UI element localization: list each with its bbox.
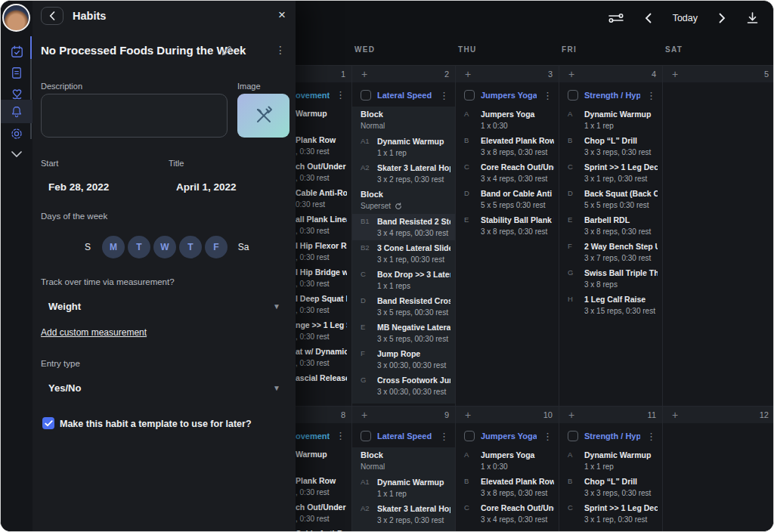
description-input[interactable] — [41, 94, 228, 138]
end-date-value[interactable]: April 1, 2022 — [176, 181, 237, 193]
exercise-detail: , 0:30 rest — [296, 225, 347, 237]
exercise-row[interactable]: CSprint >> 1 Leg Declarations3 x 1 rep, … — [559, 159, 662, 186]
exercise-row[interactable]: B23 Cone Lateral Slide3 x 1 rep, 00:30 r… — [352, 240, 455, 267]
next-week-chevron-icon[interactable] — [719, 13, 726, 23]
exercise-row[interactable]: A2Skater 3 Lateral Hops >> ...3 x 2 reps… — [352, 160, 455, 187]
exercise-row[interactable]: BElevated Plank Row3 x 8 reps, 0:30 rest — [456, 474, 559, 500]
workout-menu-kebab-icon[interactable]: ⋮ — [543, 431, 553, 441]
prev-week-chevron-icon[interactable] — [645, 13, 652, 23]
exercise-row[interactable]: A1Dynamic Warmup1 x 1 rep — [352, 475, 455, 501]
workout-card-title-row[interactable]: Strength / Hypertro...⋮ — [559, 84, 662, 107]
entry-type-caret-icon[interactable]: ▼ — [273, 384, 280, 392]
add-event-plus-icon[interactable]: + — [672, 410, 678, 420]
workout-menu-kebab-icon[interactable]: ⋮ — [336, 431, 345, 441]
sidebar-item-gear[interactable] — [1, 122, 33, 145]
day-circle-W-3[interactable]: W — [153, 236, 176, 258]
workout-menu-kebab-icon[interactable]: ⋮ — [336, 90, 345, 100]
exercise-row[interactable]: CCore Reach Out/Under3 x 4 reps, 0:30 re… — [456, 159, 559, 186]
exercise-row[interactable]: A2Skater 3 Lateral Hops >> ...3 x 2 reps… — [352, 501, 455, 527]
exercise-letter: B2 — [352, 242, 377, 266]
entry-type-select-value[interactable]: Yes/No — [48, 382, 81, 394]
start-date-value[interactable]: Feb 28, 2022 — [48, 181, 109, 193]
measurement-select-value[interactable]: Weight — [48, 301, 81, 312]
download-icon[interactable] — [747, 12, 758, 24]
workout-card-title-row[interactable]: Jumpers Yoga / Core⋮ — [456, 425, 559, 447]
sidebar-item-bell[interactable] — [1, 100, 33, 123]
habit-image-tile[interactable] — [237, 94, 289, 138]
sidebar-more-chevron-down-icon[interactable] — [1, 143, 33, 165]
exercise-row[interactable]: DBand Resisted Crossover...3 x 5 reps, 0… — [352, 293, 455, 320]
day-plain-Sa-6[interactable]: Sa — [231, 242, 256, 252]
day-circle-T-4[interactable]: T — [179, 236, 202, 258]
calendar-day-cell-9: +9Lateral Speed / Plyo⋮BlockNormalA1Dyna… — [351, 407, 455, 532]
day-circle-F-5[interactable]: F — [205, 236, 228, 258]
workout-checkbox[interactable] — [361, 431, 371, 441]
workout-menu-kebab-icon[interactable]: ⋮ — [543, 91, 553, 101]
workout-card-title-row[interactable]: Strength / Hypertro...⋮ — [559, 425, 662, 447]
back-button[interactable] — [41, 7, 63, 25]
exercise-row[interactable]: GSwiss Ball Triple Threat3 x 8 reps — [559, 265, 662, 292]
exercise-row[interactable]: A1Dynamic Warmup1 x 1 rep — [352, 134, 455, 160]
exercise-name: Dynamic Warmup — [377, 135, 450, 147]
add-event-plus-icon[interactable]: + — [465, 69, 471, 79]
workout-menu-kebab-icon[interactable]: ⋮ — [646, 91, 656, 101]
workout-menu-kebab-icon[interactable]: ⋮ — [439, 431, 449, 441]
exercise-letter: G — [559, 267, 584, 291]
workout-checkbox[interactable] — [361, 90, 371, 101]
today-button[interactable]: Today — [673, 13, 698, 23]
workout-card-title-row[interactable]: Lateral Speed / Plyo⋮ — [352, 425, 455, 447]
exercise-row[interactable]: BChop “L” Drill3 x 3 reps, 0:30 rest — [559, 133, 662, 159]
edit-pencil-icon[interactable] — [221, 45, 232, 56]
exercise-row[interactable]: BChop “L” Drill3 x 3 reps, 0:30 rest — [559, 474, 662, 500]
sidebar-item-document[interactable] — [1, 61, 33, 84]
exercise-row[interactable]: AJumpers Yoga1 x 0:30 — [456, 447, 559, 474]
close-icon[interactable]: × — [274, 8, 289, 23]
workout-menu-kebab-icon[interactable]: ⋮ — [646, 431, 656, 441]
exercise-row[interactable]: EMB Negative Lateral Hop...3 x 5 reps, 0… — [352, 320, 455, 346]
exercise-row[interactable]: F2 Way Bench Step Up3 x 7 reps, 0:30 res… — [559, 239, 662, 265]
add-event-plus-icon[interactable]: + — [361, 69, 367, 79]
exercise-row[interactable]: ADynamic Warmup1 x 1 rep — [559, 107, 662, 133]
exercise-row[interactable]: BElevated Plank Row3 x 8 reps, 0:30 rest — [456, 133, 559, 159]
exercise-row[interactable]: DBand or Cable Anti Rotati...5 x 5 reps … — [456, 527, 559, 532]
exercise-row[interactable]: DBack Squat (Back Off Set)5 x 5 reps 0:3… — [559, 527, 662, 532]
exercise-letter: C — [456, 502, 481, 526]
day-circle-T-2[interactable]: T — [128, 236, 150, 258]
add-event-plus-icon[interactable]: + — [361, 410, 367, 420]
template-checkbox[interactable] — [42, 417, 54, 429]
exercise-row[interactable]: ADynamic Warmup1 x 1 rep — [559, 447, 662, 474]
exercise-row[interactable]: B1Band Resisted 2 Step Late...3 x 4 reps… — [352, 214, 455, 240]
user-avatar[interactable] — [2, 4, 30, 32]
exercise-name: Barbell RDL — [584, 214, 658, 226]
exercise-row[interactable]: FJump Rope3 x 00:30, 00:30 rest — [352, 346, 455, 373]
habit-menu-kebab-icon[interactable]: ⋮ — [274, 44, 286, 56]
filter-sliders-icon[interactable] — [608, 12, 624, 24]
add-event-plus-icon[interactable]: + — [568, 410, 574, 420]
exercise-row[interactable]: CBox Drop >> 3 Lateral H...1 x 1 reps — [352, 267, 455, 293]
workout-card-title-row[interactable]: Jumpers Yoga / Core⋮ — [456, 84, 559, 107]
exercise-row[interactable]: DBand or Cable Anti Rotati...5 x 5 reps … — [456, 186, 559, 212]
exercise-row[interactable]: CCore Reach Out/Under3 x 4 reps, 0:30 re… — [456, 500, 559, 527]
workout-checkbox[interactable] — [464, 90, 475, 101]
sidebar-item-calendar-check[interactable] — [1, 40, 33, 63]
measurement-caret-icon[interactable]: ▼ — [273, 302, 280, 311]
exercise-row[interactable]: AJumpers Yoga1 x 0:30 — [456, 107, 559, 133]
exercise-row[interactable]: DBack Squat (Back Off Set)5 x 5 reps 0:3… — [559, 186, 662, 212]
exercise-name: Band Resisted 2 Step Late... — [377, 215, 450, 227]
exercise-row[interactable]: H1 Leg Calf Raise3 x 15 reps, 0:30 rest — [559, 292, 662, 318]
workout-checkbox[interactable] — [464, 431, 475, 441]
workout-card-title-row[interactable]: Lateral Speed / Plyo⋮ — [352, 84, 455, 107]
add-custom-measurement-link[interactable]: Add custom measurement — [41, 327, 147, 338]
workout-checkbox[interactable] — [568, 90, 578, 101]
add-event-plus-icon[interactable]: + — [672, 69, 678, 79]
add-event-plus-icon[interactable]: + — [568, 69, 574, 79]
exercise-row[interactable]: CSprint >> 1 Leg Declarations3 x 1 rep, … — [559, 500, 662, 527]
add-event-plus-icon[interactable]: + — [465, 410, 471, 420]
exercise-row[interactable]: GCross Footwork Jump Rope3 x 00:30, 00:3… — [352, 373, 455, 399]
day-plain-S-0[interactable]: S — [76, 242, 99, 252]
exercise-row[interactable]: EStability Ball Plank Linear ...3 x 8 re… — [456, 212, 559, 239]
day-circle-M-1[interactable]: M — [102, 236, 125, 258]
exercise-row[interactable]: EBarbell RDL3 x 8 reps, 0:30 rest — [559, 212, 662, 239]
workout-checkbox[interactable] — [568, 431, 578, 441]
workout-menu-kebab-icon[interactable]: ⋮ — [439, 91, 449, 101]
